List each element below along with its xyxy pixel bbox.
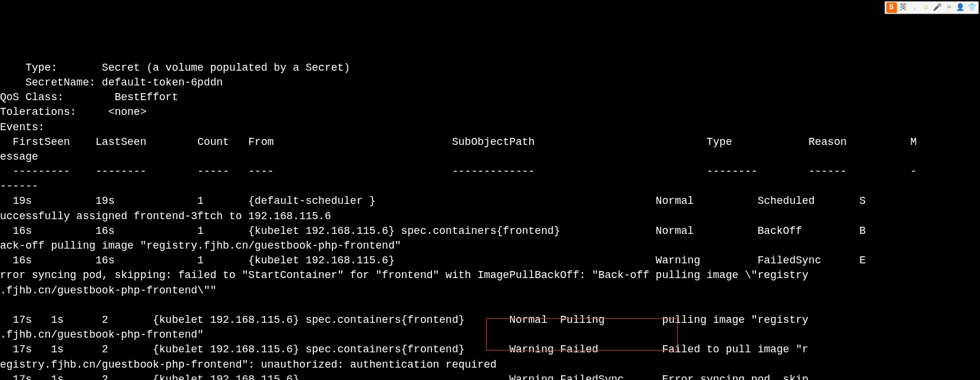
event-row: 17s 1s 2 {kubelet 192.168.115.6} spec.co…: [0, 314, 809, 341]
ime-emoji-icon[interactable]: ☺: [921, 2, 932, 13]
events-label: Events:: [0, 121, 45, 133]
ime-microphone-icon[interactable]: 🎤: [932, 2, 943, 13]
tolerations-line: Tolerations: <none>: [0, 106, 146, 118]
ime-skin-icon[interactable]: 👕: [967, 2, 978, 13]
ime-punctuation-icon[interactable]: ，: [909, 2, 920, 13]
events-separator-row: --------- -------- ----- ---- ----------…: [0, 166, 917, 192]
volume-secretname-line: SecretName: default-token-6pddn: [0, 77, 223, 88]
volume-type-line: Type: Secret (a volume populated by a Se…: [0, 62, 350, 74]
ime-account-icon[interactable]: 👤: [955, 2, 966, 13]
ime-language-toggle[interactable]: 英: [898, 2, 909, 13]
terminal-output: Type: Secret (a volume populated by a Se…: [0, 61, 980, 380]
ime-logo-icon[interactable]: S: [886, 2, 897, 13]
event-row: 16s 16s 1 {kubelet 192.168.115.6} Warnin…: [0, 255, 866, 296]
event-row: 19s 19s 1 {default-scheduler } Normal Sc…: [0, 195, 866, 222]
event-row: 16s 16s 1 {kubelet 192.168.115.6} spec.c…: [0, 225, 866, 252]
event-row: 17s 1s 2 {kubelet 192.168.115.6} Warning…: [0, 374, 809, 380]
ime-keyboard-icon[interactable]: ⌨: [944, 2, 955, 13]
event-row: 17s 1s 2 {kubelet 192.168.115.6} spec.co…: [0, 343, 809, 370]
events-header-row: FirstSeen LastSeen Count From SubObjectP…: [0, 136, 917, 163]
qos-line: QoS Class: BestEffort: [0, 91, 178, 103]
ime-toolbar[interactable]: S 英 ， ☺ 🎤 ⌨ 👤 👕: [885, 1, 979, 14]
